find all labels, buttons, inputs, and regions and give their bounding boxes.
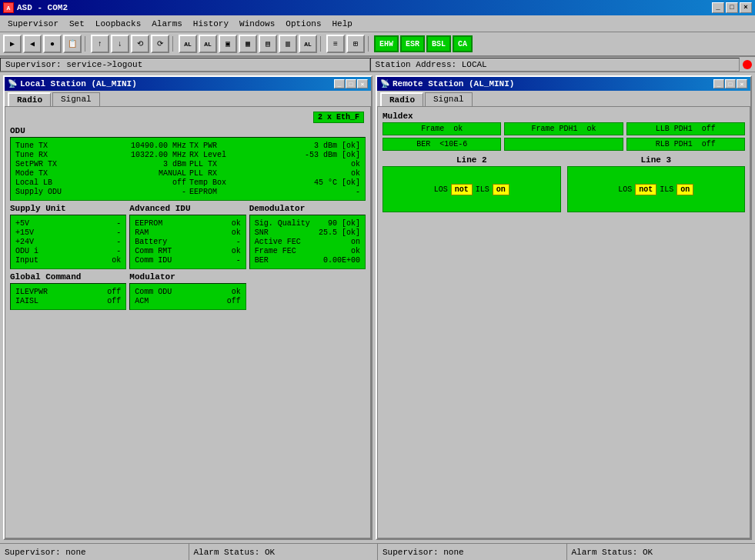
tb-btn-al[interactable]: AL <box>179 35 197 53</box>
remote-win-close[interactable]: × <box>737 79 747 88</box>
tb-btn-al2[interactable]: AL <box>199 35 217 53</box>
odu-title: ODU <box>10 126 366 135</box>
su-r0-lbl: +5V <box>15 219 29 228</box>
demod-r3: Frame FEC ok <box>255 247 360 255</box>
su-r1: +15V - <box>15 228 121 237</box>
idu-r4-lbl: Comm IDU <box>135 256 172 265</box>
tab-signal-remote[interactable]: Signal <box>425 92 473 106</box>
demodulator-panel: Demodulator Sig. Quality 90 [ok] SNR 25.… <box>249 204 366 269</box>
muldex-fpdh1-value: ok <box>587 125 596 133</box>
menu-windows[interactable]: Windows <box>235 18 279 30</box>
local-sup-text: Supervisor: none <box>5 548 86 557</box>
odu-panel: Tune TX 10490.00 MHz Tune RX 10322.00 MH… <box>10 137 366 201</box>
tb-btn-grid[interactable]: ⊞ <box>346 35 365 53</box>
odu-r1-label: RX Level <box>189 151 226 159</box>
eth-button[interactable]: 2 x Eth_F <box>313 112 364 123</box>
menu-options[interactable]: Options <box>281 18 326 30</box>
remote-alarm-text: Alarm Status: OK <box>572 548 653 557</box>
su-r3-lbl: ODU i <box>15 247 38 255</box>
local-win-close[interactable]: × <box>357 79 368 88</box>
tb-btn-13[interactable]: ≡ <box>326 35 345 53</box>
local-win-icon: 📡 <box>8 79 17 88</box>
global-command-panel: Global Command ILEVPWR off IAISL off <box>10 272 126 310</box>
line3-los-value: not <box>635 184 656 195</box>
muldex-frame: Frame ok <box>383 122 501 135</box>
idu-title: Advanced IDU <box>129 204 246 213</box>
title-bar: A ASD - COM2 _ □ × <box>0 0 755 15</box>
menu-help[interactable]: Help <box>328 18 357 30</box>
tb-btn-1[interactable]: ▶ <box>3 35 22 53</box>
menu-bar: Supervisor Set Loopbacks Alarms History … <box>0 15 755 32</box>
tab-radio-local[interactable]: Radio <box>8 92 51 106</box>
gc-r1-lbl: IAISL <box>15 297 38 305</box>
su-r0: +5V - <box>15 219 121 228</box>
odu-r4-label: Temp Box <box>189 178 226 187</box>
menu-alarms[interactable]: Alarms <box>147 18 187 30</box>
tb-btn-4[interactable]: 📋 <box>63 35 82 53</box>
odu-l2-value: 3 dBm <box>163 160 186 168</box>
tb-btn-7[interactable]: ⟲ <box>131 35 149 53</box>
idu-r3-val: ok <box>232 247 241 255</box>
close-button[interactable]: × <box>740 2 752 13</box>
menu-loopbacks[interactable]: Loopbacks <box>91 18 145 30</box>
odu-l5-value: - <box>182 188 186 196</box>
local-supervisor-status: Supervisor: none <box>0 544 189 560</box>
line2-panel: Line 2 LOS not ILS on <box>383 155 561 212</box>
line3-los-label: LOS <box>618 185 632 194</box>
tb-btn-6[interactable]: ↓ <box>111 35 129 53</box>
odu-row-5: Supply ODU - <box>15 188 186 196</box>
toolbar-separator-4 <box>368 36 371 52</box>
remote-win-maximize[interactable]: □ <box>725 79 736 88</box>
line3-ils-value: on <box>676 184 693 195</box>
su-r1-val: - <box>116 228 121 237</box>
tab-radio-remote[interactable]: Radio <box>380 92 423 106</box>
remote-alarm-status: Alarm Status: OK <box>567 544 756 560</box>
tb-ehw[interactable]: EHW <box>374 35 399 52</box>
su-r4-val: ok <box>112 256 121 265</box>
minimize-button[interactable]: _ <box>712 2 724 13</box>
remote-win-minimize[interactable]: _ <box>713 79 724 88</box>
local-tab-bar: Radio Signal <box>5 91 371 106</box>
tb-btn-12[interactable]: ▥ <box>279 35 297 53</box>
odu-row-0: Tune TX 10490.00 MHz <box>15 142 186 150</box>
demod-r0-val: 90 [ok] <box>328 219 360 228</box>
odu-l0-label: Tune TX <box>15 142 48 150</box>
local-tab-content: 2 x Eth_F ODU Tune TX 10490.00 MHz Tune … <box>5 106 371 538</box>
tb-btn-2[interactable]: ◀ <box>23 35 42 53</box>
menu-history[interactable]: History <box>189 18 233 30</box>
demod-r3-val: ok <box>351 247 360 255</box>
tab-signal-local[interactable]: Signal <box>52 92 100 106</box>
local-win-maximize[interactable]: □ <box>346 79 356 88</box>
mod-r0-lbl: Comm ODU <box>135 288 172 296</box>
line2-los-value: not <box>451 184 473 195</box>
toolbar: ▶ ◀ ● 📋 ↑ ↓ ⟲ ⟳ AL AL ▣ ▦ ▤ ▥ AL ≡ ⊞ EHW… <box>0 32 755 57</box>
odu-r3-value: ok <box>351 169 360 178</box>
advanced-idu-panel: Advanced IDU EEPROM ok RAM ok Battery - <box>129 204 246 269</box>
muldex-llbpdh1-value: off <box>702 125 716 133</box>
tb-btn-8[interactable]: ⟳ <box>151 35 169 53</box>
modulator-panel: Modulator Comm ODU ok ACM off <box>129 272 246 310</box>
tb-bsl[interactable]: BSL <box>426 35 451 52</box>
maximize-button[interactable]: □ <box>726 2 738 13</box>
tb-btn-9[interactable]: ▣ <box>219 35 237 53</box>
tb-esr[interactable]: ESR <box>400 35 425 52</box>
muldex-ber-value: <10E-6 <box>439 140 467 148</box>
local-win-title-bar: 📡 Local Station (AL_MINI) _ □ × <box>5 77 371 91</box>
idu-r0-lbl: EEPROM <box>135 219 162 228</box>
demod-r3-lbl: Frame FEC <box>255 247 296 255</box>
tb-btn-11[interactable]: ▤ <box>259 35 277 53</box>
tb-btn-3[interactable]: ● <box>43 35 62 53</box>
local-win-minimize[interactable]: _ <box>334 79 345 88</box>
menu-supervisor[interactable]: Supervisor <box>3 18 63 30</box>
local-alarm-text: Alarm Status: OK <box>194 548 276 557</box>
tb-btn-5[interactable]: ↑ <box>91 35 109 53</box>
odu-l4-label: Local LB <box>15 178 52 187</box>
odu-row-1: Tune RX 10322.00 MHz <box>15 151 186 159</box>
menu-set[interactable]: Set <box>65 18 89 30</box>
lower-panels: Supply Unit +5V - +15V - +24V - <box>10 204 366 269</box>
tb-btn-10[interactable]: ▦ <box>239 35 257 53</box>
remote-station-window: 📡 Remote Station (AL_MINI) _ □ × Radio S… <box>376 75 752 540</box>
tb-ca[interactable]: CA <box>453 35 473 52</box>
tb-btn-al3[interactable]: AL <box>299 35 317 53</box>
local-win-title: Local Station (AL_MINI) <box>20 79 137 88</box>
